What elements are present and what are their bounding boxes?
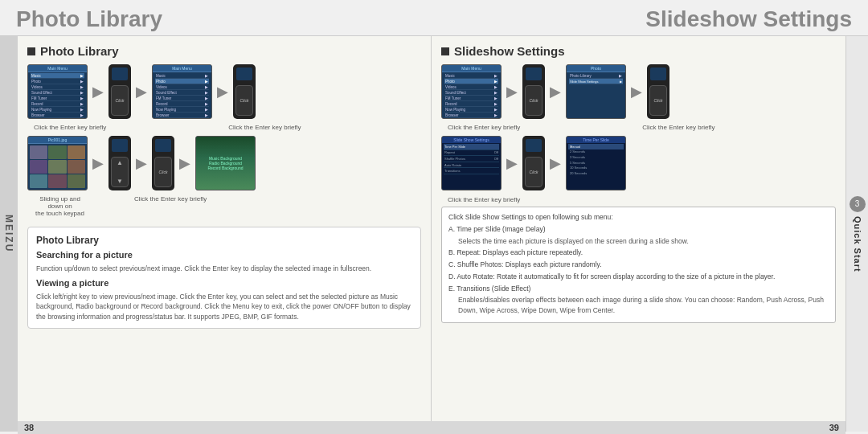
left-panel: Photo Library Main Menu Music ▶ Photo ▶ … <box>18 36 432 432</box>
arrow-2: ▶ <box>136 83 147 100</box>
device-main-menu-2: Main Menu Music ▶ Photo ▶ Videos ▶ Sound… <box>152 64 212 119</box>
ss-arrow-1: ▶ <box>506 83 518 100</box>
device-header-grid: Pic001.jpg <box>28 137 87 144</box>
device-photo-grid: Pic001.jpg <box>27 136 88 190</box>
info-item-a-label: A. Time per Slide (Image Delay) <box>448 224 829 235</box>
ss-device-header-2: Photo <box>567 65 625 72</box>
brand-label: MEIZU <box>3 215 14 252</box>
photo-library-info-box: Photo Library Searching for a picture Fu… <box>27 227 421 329</box>
ss-device-1: Main Menu Music ▶ Photo ▶ Videos ▶ Sound… <box>441 64 502 119</box>
caption-2b: Click the Enter key briefly <box>134 195 207 217</box>
info-box-text-1: Function up/down to select previous/next… <box>36 264 412 273</box>
device-landscape: Music BackgroundRadio BackgroundRecord B… <box>195 136 256 190</box>
menu-item-fm-2: FM Tuner ▶ <box>155 96 209 101</box>
ss-device-2: Photo Photo Library ▶ Slide Show Setting… <box>566 64 626 119</box>
ss-transitions: Transitions <box>444 168 499 174</box>
player-touchpad-1: Click <box>111 85 129 116</box>
menu-item-record: Record ▶ <box>31 101 84 107</box>
menu-item-sound-2: Sound Effect ▶ <box>155 90 209 96</box>
info-item-a-text: Selects the time each picture is display… <box>448 236 829 247</box>
player-touchpad-4: Click <box>154 157 172 187</box>
ts-10s: 10 Seconds <box>568 165 624 170</box>
info-item-e-text: Enables/disables overlap effects between… <box>448 295 829 316</box>
ss-device-menu-2: Photo Library ▶ Slide Show Settings ▶ <box>567 72 625 118</box>
page-left: 38 <box>24 423 34 432</box>
player-device-4: Click <box>152 136 174 190</box>
ss-captions-row-2: Click the Enter key briefly <box>448 194 836 203</box>
page-right: 39 <box>829 423 839 432</box>
click-label-4: Click <box>159 170 168 174</box>
ss-arrow-4: ▶ <box>506 154 518 172</box>
menu-item-photo: Photo ▶ <box>31 79 84 84</box>
menu-item-now: Now Playing ▶ <box>31 107 84 113</box>
menu-item-sound: Sound Effect ▶ <box>31 90 84 96</box>
info-box-title: Photo Library <box>36 234 412 248</box>
ss-settings-header: Slide Show Settings <box>442 137 501 143</box>
photo-library-section-header: Photo Library <box>27 44 421 58</box>
player-device-3: ▲ ▼ <box>108 136 131 190</box>
ss-autorotate: Auto Rotate <box>444 162 499 169</box>
photo-library-section-title: Photo Library <box>40 44 119 58</box>
menu-item-browser: Browser ▶ <box>31 113 84 118</box>
up-arrow: ▲ <box>117 159 123 166</box>
ss-device-3: Slide Show Settings Time Per Slide Repea… <box>441 136 502 190</box>
ss-arrow-2: ▶ <box>550 83 561 100</box>
ss-menu-record: Record ▶ <box>444 101 498 107</box>
ss-player-3: Click <box>522 136 545 190</box>
menu-item-browser-2: Browser ▶ <box>155 113 209 118</box>
ts-20s: 20 Seconds <box>568 170 624 176</box>
device-main-menu-1: Main Menu Music ▶ Photo ▶ Videos ▶ Sound… <box>27 64 88 119</box>
circle-number: 3 <box>850 196 866 212</box>
player-touchpad-3: ▲ ▼ <box>111 157 129 187</box>
thumb-5 <box>48 160 66 174</box>
ss-player-screen-3 <box>526 139 542 152</box>
ss-click-label-2: Click <box>654 98 663 103</box>
ts-manual: Manual <box>568 144 624 149</box>
info-item-d: D. Auto Rotate: Rotate it automatically … <box>448 272 829 282</box>
header-title-left: Photo Library <box>16 6 162 32</box>
ss-player-touchpad-2: Click <box>649 85 667 116</box>
ss-arrow-3: ▶ <box>631 83 642 100</box>
ss-menu-music: Music ▶ <box>444 73 498 79</box>
ts-3s: 3 Seconds <box>568 154 624 160</box>
down-arrow: ▼ <box>117 178 123 185</box>
section-square-left <box>27 47 35 55</box>
player-device-1: Click <box>108 64 131 119</box>
ss-menu-game: Game & Tools ▶ <box>444 118 498 119</box>
menu-item-now-2: Now Playing ▶ <box>155 107 209 113</box>
thumb-6 <box>68 160 85 174</box>
ts-5s: 5 Seconds <box>568 160 624 166</box>
caption-2a: Sliding up and down onthe touch keypad <box>34 195 86 217</box>
ss-photo-lib: Photo Library ▶ <box>569 73 623 79</box>
device-menu-1: Music ▶ Photo ▶ Videos ▶ Sound Effect ▶ … <box>28 72 87 119</box>
captions-row-1: Click the Enter key briefly Click the En… <box>34 122 421 136</box>
arrow-5: ▶ <box>136 154 147 172</box>
caption-1a: Click the Enter key briefly <box>34 124 106 131</box>
content-area: Photo Library Main Menu Music ▶ Photo ▶ … <box>18 36 845 432</box>
thumb-3 <box>68 145 85 159</box>
device-photo-grid-inner <box>28 144 87 190</box>
slideshow-info-box: Click Slide Show Settings to open follow… <box>441 207 836 323</box>
ss-repeat: Repeat Off <box>444 150 499 157</box>
ss-menu-fm: FM Tuner ▶ <box>444 96 498 101</box>
device-menu-2: Music ▶ Photo ▶ Videos ▶ Sound Effect ▶ … <box>153 72 211 119</box>
ss-menu-now: Now Playing ▶ <box>444 107 498 113</box>
player-screen-4 <box>155 139 171 152</box>
ss-timeslide-menu: Manual 2 Seconds 3 Seconds 5 Seconds 10 … <box>567 143 625 190</box>
ss-click-label-1: Click <box>530 98 538 103</box>
ss-player-2: Click <box>647 64 669 119</box>
ss-timeslide-header: Time Per Slide <box>567 137 625 143</box>
menu-item-record-2: Record ▶ <box>155 101 209 107</box>
ss-arrow-5: ▶ <box>550 154 561 172</box>
ts-2s: 2 Seconds <box>568 149 624 155</box>
info-box-subtitle-1: Searching for a picture <box>36 249 412 261</box>
menu-item-videos: Videos ▶ <box>31 84 84 90</box>
main-content: MEIZU Photo Library Main Menu Music ▶ Ph… <box>0 36 868 432</box>
slideshow-row-2: Slide Show Settings Time Per Slide Repea… <box>441 136 836 190</box>
thumb-9 <box>68 174 85 188</box>
right-sidebar: 3 Quick Start <box>845 36 868 432</box>
arrow-1: ▶ <box>92 83 104 100</box>
player-touchpad-2: Click <box>235 85 253 116</box>
ss-player-touchpad-3: Click <box>525 157 542 187</box>
ss-caption-1a: Click the Enter key briefly <box>448 124 520 131</box>
